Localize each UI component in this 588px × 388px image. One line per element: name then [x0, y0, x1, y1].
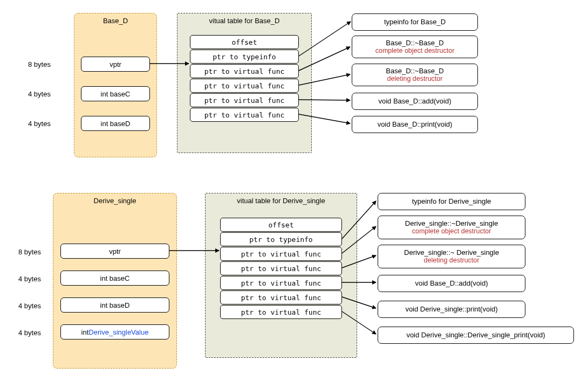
bot-vrow-6: ptr to virtual func	[220, 305, 342, 319]
top-vrow-3: ptr to virtual func	[190, 79, 299, 93]
text-red: deleting destructor	[424, 257, 480, 265]
top-target-print: void Base_D::print(void)	[352, 116, 478, 133]
bot-field-derive-value: int Derive_singleValue	[60, 324, 169, 340]
top-target-typeinfo: typeinfo for Base_D	[352, 13, 478, 31]
blue-text: Derive_singleValue	[88, 328, 148, 336]
bot-bytes-3: 4 bytes	[18, 329, 41, 337]
top-target-add: void Base_D::add(void)	[352, 93, 478, 110]
bot-vtable-title: vitual table for Derive_single	[206, 197, 357, 205]
bot-target-dtor-complete: Derive_single::~Derive_single complete o…	[378, 216, 525, 239]
text: void Base_D::add(void)	[378, 97, 451, 106]
bot-field-based: int baseD	[60, 297, 169, 313]
top-field-based: int baseD	[81, 116, 150, 131]
text-red: deleting destructor	[387, 75, 443, 83]
text: typeinfo for Derive_single	[412, 197, 491, 206]
bot-vrow-4: ptr to virtual func	[220, 276, 342, 290]
text: Derive_single::~Derive_single	[405, 219, 498, 228]
top-bytes-2: 4 bytes	[28, 120, 51, 128]
prefix: int	[81, 328, 89, 336]
bot-bytes-0: 8 bytes	[18, 248, 41, 256]
top-vtable-title: vitual table for Base_D	[177, 17, 311, 25]
top-vrow-1: ptr to typeinfo	[190, 50, 299, 64]
bot-vrow-1: ptr to typeinfo	[220, 232, 342, 246]
text: Base_D::~Base_D	[386, 39, 443, 47]
text-red: complete object destructor	[412, 227, 491, 235]
text: Derive_single::~ Derive_single	[404, 248, 499, 257]
bot-vrow-2: ptr to virtual func	[220, 247, 342, 261]
top-target-dtor-deleting: Base_D::~Base_D deleting destructor	[352, 64, 478, 86]
bot-bytes-1: 4 bytes	[18, 275, 41, 283]
bot-vrow-3: ptr to virtual func	[220, 261, 342, 275]
text: Base_D::~Base_D	[386, 67, 443, 75]
bot-class-title: Derive_single	[53, 197, 176, 205]
text-red: complete object destructor	[375, 47, 455, 55]
bot-vrow-5: ptr to virtual func	[220, 290, 342, 304]
text: void Base_D::add(void)	[415, 279, 488, 288]
top-vrow-2: ptr to virtual func	[190, 64, 299, 78]
bot-field-vptr: vptr	[60, 244, 169, 259]
top-target-dtor-complete: Base_D::~Base_D complete object destruct…	[352, 36, 478, 58]
bot-vrow-0: offset	[220, 218, 342, 232]
top-vrow-5: ptr to virtual func	[190, 108, 299, 122]
top-field-vptr: vptr	[81, 57, 150, 72]
bot-target-add: void Base_D::add(void)	[378, 275, 525, 292]
text: void Derive_single::print(void)	[405, 305, 497, 314]
top-vrow-0: offset	[190, 35, 299, 49]
text: typeinfo for Base_D	[384, 18, 446, 26]
text: void Base_D::print(void)	[378, 120, 453, 129]
top-bytes-0: 8 bytes	[28, 60, 51, 68]
top-class-title: Base_D	[74, 17, 156, 25]
bot-target-dtor-deleting: Derive_single::~ Derive_single deleting …	[378, 245, 525, 268]
bot-target-typeinfo: typeinfo for Derive_single	[378, 193, 525, 210]
text: void Derive_single::Derive_single_print(…	[406, 331, 545, 340]
bot-bytes-2: 4 bytes	[18, 302, 41, 310]
top-vrow-4: ptr to virtual func	[190, 93, 299, 107]
top-bytes-1: 4 bytes	[28, 90, 51, 98]
bot-target-print: void Derive_single::print(void)	[378, 301, 525, 318]
top-field-basec: int baseC	[81, 86, 150, 101]
bot-target-derive-print: void Derive_single::Derive_single_print(…	[378, 327, 574, 344]
top-class-box: Base_D	[74, 13, 157, 157]
bot-field-basec: int baseC	[60, 271, 169, 286]
